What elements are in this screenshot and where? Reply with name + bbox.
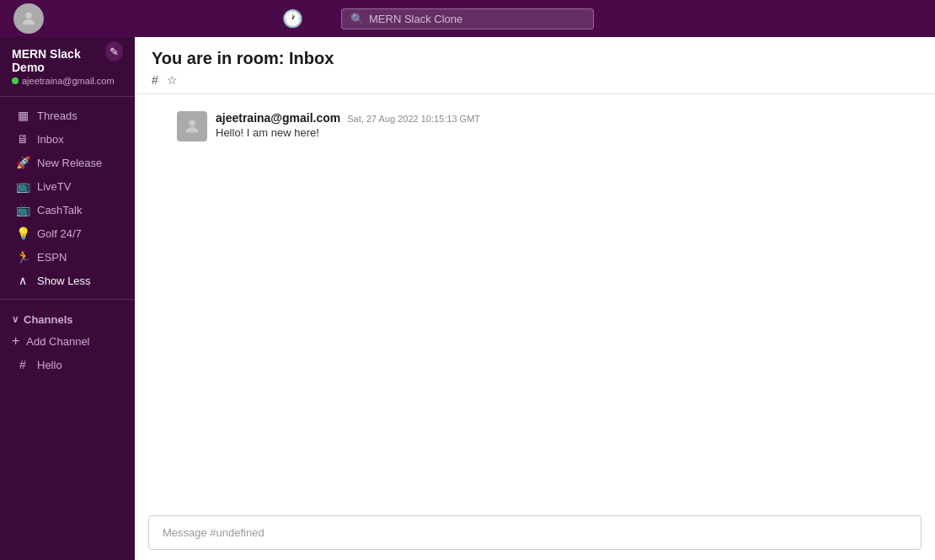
main-layout: MERN Slack Demo ✎ ajeetraina@gmail.com ▦…: [0, 37, 935, 560]
user-avatar[interactable]: [13, 3, 44, 34]
user-email-display: ajeetraina@gmail.com: [12, 76, 123, 86]
sidebar-item-golf247[interactable]: 💡 Golf 24/7: [3, 222, 131, 244]
sidebar-label-hello: Hello: [37, 359, 62, 371]
cashtalk-icon: 📺: [15, 203, 30, 216]
message-content: ajeetraina@gmail.com Sat, 27 Aug 2022 10…: [216, 111, 918, 139]
star-action-icon[interactable]: ☆: [167, 73, 178, 87]
sidebar-label-golf247: Golf 24/7: [37, 227, 82, 240]
message-input[interactable]: [148, 515, 922, 550]
show-less-label: Show Less: [37, 275, 91, 287]
hash-action-icon[interactable]: #: [152, 73, 158, 87]
channels-section-label: Channels: [24, 313, 73, 326]
sidebar: MERN Slack Demo ✎ ajeetraina@gmail.com ▦…: [0, 37, 135, 560]
message-text: Hello! I am new here!: [216, 126, 918, 139]
room-actions: # ☆: [152, 73, 918, 87]
channels-caret-icon: ∨: [12, 314, 19, 325]
message-timestamp: Sat, 27 Aug 2022 10:15:13 GMT: [347, 114, 480, 124]
svg-point-0: [25, 13, 31, 19]
add-channel-button[interactable]: + Add Channel: [0, 329, 135, 353]
add-channel-label: Add Channel: [26, 335, 89, 348]
message-avatar: [177, 111, 207, 141]
sidebar-label-new-release: New Release: [37, 157, 102, 169]
sidebar-item-livetv[interactable]: 📺 LiveTV: [3, 175, 131, 197]
sidebar-item-threads[interactable]: ▦ Threads: [3, 104, 131, 126]
add-icon: +: [12, 333, 19, 349]
message-author: ajeetraina@gmail.com: [216, 111, 340, 125]
sidebar-label-inbox: Inbox: [37, 133, 64, 146]
sidebar-item-cashtalk[interactable]: 📺 CashTalk: [3, 199, 131, 221]
sidebar-header: MERN Slack Demo ✎ ajeetraina@gmail.com: [0, 37, 135, 89]
main-content: You are in room: Inbox # ☆ ajeetraina@gm…: [135, 37, 935, 560]
search-bar[interactable]: 🔍: [341, 8, 594, 29]
sidebar-divider-channels: [0, 299, 135, 300]
user-email-text: ajeetraina@gmail.com: [22, 76, 115, 86]
room-header: You are in room: Inbox # ☆: [135, 37, 935, 94]
new-release-icon: 🚀: [15, 156, 30, 169]
room-title: You are in room: Inbox: [152, 49, 918, 68]
workspace-name: MERN Slack Demo: [12, 47, 105, 74]
hash-icon-hello: #: [15, 358, 30, 371]
sidebar-label-threads: Threads: [37, 109, 77, 122]
edit-workspace-button[interactable]: ✎: [105, 41, 123, 61]
search-input[interactable]: [369, 13, 585, 25]
online-status-dot: [12, 77, 19, 84]
threads-icon: ▦: [15, 109, 30, 122]
inbox-icon: 🖥: [15, 132, 30, 146]
golf-icon: 💡: [15, 227, 30, 240]
espn-icon: 🏃: [15, 250, 30, 264]
sidebar-divider-top: [0, 96, 135, 97]
message-input-area: [135, 509, 935, 560]
messages-area: ajeetraina@gmail.com Sat, 27 Aug 2022 10…: [135, 94, 935, 509]
table-row: ajeetraina@gmail.com Sat, 27 Aug 2022 10…: [177, 111, 918, 141]
sidebar-item-hello[interactable]: # Hello: [3, 354, 131, 376]
channels-section[interactable]: ∨ Channels: [0, 307, 135, 329]
clock-icon[interactable]: 🕐: [282, 8, 303, 29]
chevron-up-icon: ∧: [15, 274, 30, 287]
sidebar-item-inbox[interactable]: 🖥 Inbox: [3, 128, 131, 150]
sidebar-label-espn: ESPN: [37, 251, 67, 264]
svg-point-1: [189, 120, 195, 126]
sidebar-show-less[interactable]: ∧ Show Less: [3, 269, 131, 291]
sidebar-label-cashtalk: CashTalk: [37, 204, 82, 216]
sidebar-item-espn[interactable]: 🏃 ESPN: [3, 246, 131, 268]
livetv-icon: 📺: [15, 179, 30, 193]
topbar: 🕐 🔍: [0, 0, 935, 37]
search-icon: 🔍: [350, 13, 364, 25]
sidebar-label-livetv: LiveTV: [37, 180, 71, 193]
message-header: ajeetraina@gmail.com Sat, 27 Aug 2022 10…: [216, 111, 918, 125]
sidebar-item-new-release[interactable]: 🚀 New Release: [3, 152, 131, 173]
